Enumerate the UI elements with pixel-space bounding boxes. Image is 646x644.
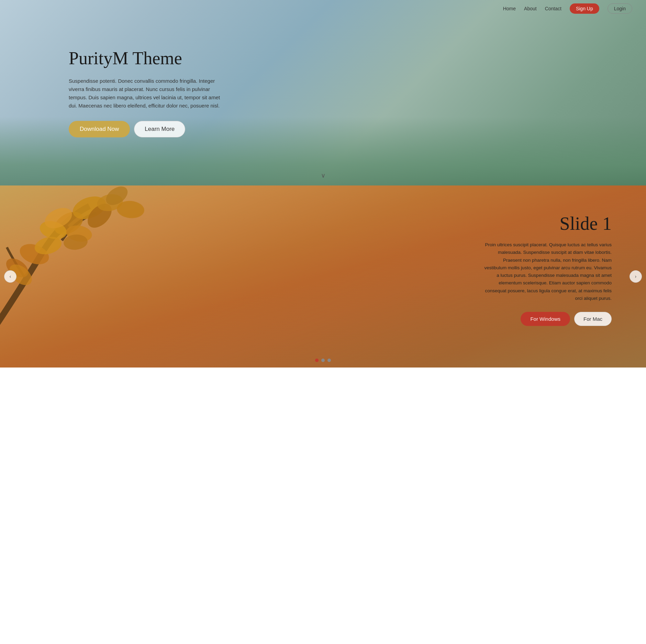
slider-prev-button[interactable]: ‹ (4, 270, 16, 283)
slider-dots (315, 359, 331, 362)
slide-description: Proin ultrices suscipit placerat. Quisqu… (481, 241, 612, 302)
slide-title: Slide 1 (559, 213, 612, 234)
download-now-button[interactable]: Download Now (69, 121, 130, 137)
nav-link-home[interactable]: Home (503, 6, 516, 11)
slider-dot-1[interactable] (315, 359, 319, 362)
hero-content: PurityM Theme Suspendisse potenti. Donec… (0, 48, 227, 137)
nav-link-about[interactable]: About (524, 6, 537, 11)
nav-item-login[interactable]: Login (608, 5, 632, 12)
nav-item-signup[interactable]: Sign Up (570, 5, 599, 12)
login-button[interactable]: Login (608, 3, 632, 14)
signup-button[interactable]: Sign Up (570, 3, 599, 14)
slider-dot-2[interactable] (321, 359, 325, 362)
for-mac-button[interactable]: For Mac (574, 312, 612, 326)
nav-item-home[interactable]: Home (503, 5, 516, 12)
hero-section: PurityM Theme Suspendisse potenti. Donec… (0, 0, 646, 185)
slider-section: ‹ Slide 1 Proin ultrices suscipit placer… (0, 185, 646, 368)
slider-next-button[interactable]: › (630, 270, 642, 283)
for-windows-button[interactable]: For Windows (521, 312, 570, 326)
scroll-hint: ∨ (321, 172, 325, 179)
nav-item-contact[interactable]: Contact (545, 5, 561, 12)
hero-description: Suspendisse potenti. Donec convallis com… (69, 77, 227, 110)
learn-more-button[interactable]: Learn More (134, 121, 185, 137)
nav-item-about[interactable]: About (524, 5, 537, 12)
slide-buttons: For Windows For Mac (521, 312, 612, 326)
navbar: Home About Contact Sign Up Login (0, 0, 646, 17)
slider-content: Slide 1 Proin ultrices suscipit placerat… (481, 185, 646, 326)
hero-buttons: Download Now Learn More (69, 121, 227, 137)
nav-links: Home About Contact Sign Up Login (503, 5, 632, 12)
nav-link-contact[interactable]: Contact (545, 6, 561, 11)
hero-title: PurityM Theme (69, 48, 227, 69)
leaf-decoration (0, 185, 199, 330)
slider-dot-3[interactable] (327, 359, 331, 362)
